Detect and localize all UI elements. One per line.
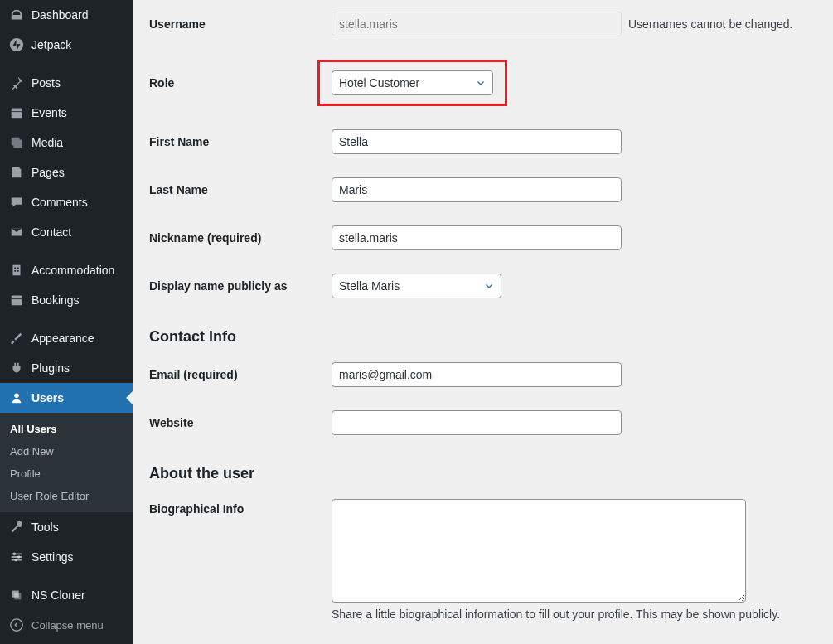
heading-contact-info: Contact Info [149, 328, 816, 346]
menu-label: Appearance [31, 332, 94, 345]
sliders-icon [8, 549, 25, 565]
pin-icon [8, 75, 25, 91]
admin-sidebar: Dashboard Jetpack Posts Events Media Pag… [0, 0, 133, 644]
input-email[interactable] [332, 362, 622, 387]
svg-rect-1 [12, 109, 22, 119]
menu-label: Contact [31, 225, 71, 239]
bio-description: Share a little biographical information … [332, 608, 780, 621]
media-icon [8, 134, 25, 151]
heading-about-user: About the user [149, 465, 816, 482]
menu-events[interactable]: Events [0, 98, 133, 128]
label-display-name: Display name publicly as [149, 279, 332, 293]
submenu-user-role-editor[interactable]: User Role Editor [0, 485, 133, 507]
dashboard-icon [8, 7, 25, 23]
label-role: Role [149, 76, 332, 90]
menu-label: Pages [31, 166, 65, 179]
menu-label: Dashboard [31, 8, 89, 22]
menu-comments[interactable]: Comments [0, 187, 133, 217]
menu-label: Users [31, 391, 64, 404]
row-role: Role Hotel Customer [149, 48, 816, 118]
collapse-label: Collapse menu [31, 619, 104, 632]
svg-point-0 [10, 38, 23, 51]
input-username [332, 12, 622, 36]
label-last-name: Last Name [149, 183, 332, 196]
menu-label: Accommodation [31, 264, 114, 277]
calendar-icon [8, 104, 25, 121]
row-last-name: Last Name [149, 166, 816, 214]
menu-bookings[interactable]: Bookings [0, 285, 133, 315]
submenu-all-users[interactable]: All Users [0, 418, 133, 440]
svg-point-7 [17, 555, 21, 559]
svg-rect-3 [13, 265, 21, 276]
select-role[interactable]: Hotel Customer [332, 70, 493, 95]
envelope-icon [8, 224, 25, 240]
label-nickname: Nickname (required) [149, 231, 332, 245]
row-first-name: First Name [149, 118, 816, 166]
textarea-bio[interactable] [332, 499, 746, 603]
input-nickname[interactable] [332, 225, 622, 250]
menu-posts[interactable]: Posts [0, 68, 133, 98]
menu-label: Tools [31, 521, 59, 534]
label-bio: Biographical Info [149, 499, 332, 516]
row-username: Username Usernames cannot be changed. [149, 0, 816, 48]
row-email: Email (required) [149, 351, 816, 399]
row-display-name: Display name publicly as Stella Maris [149, 262, 816, 310]
row-nickname: Nickname (required) [149, 214, 816, 262]
user-icon [8, 390, 25, 406]
menu-label: NS Cloner [31, 588, 85, 602]
jetpack-icon [8, 36, 25, 53]
label-email: Email (required) [149, 368, 332, 381]
collapse-icon [8, 617, 25, 633]
plug-icon [8, 360, 25, 376]
menu-label: Events [31, 106, 67, 119]
svg-rect-4 [12, 296, 22, 306]
menu-label: Jetpack [31, 38, 71, 51]
input-website[interactable] [332, 410, 622, 435]
building-icon [8, 262, 25, 278]
input-first-name[interactable] [332, 129, 622, 154]
menu-plugins[interactable]: Plugins [0, 353, 133, 383]
clone-icon [8, 587, 25, 603]
menu-label: Settings [31, 550, 74, 564]
menu-dashboard[interactable]: Dashboard [0, 0, 133, 30]
svg-rect-10 [14, 593, 21, 599]
menu-pages[interactable]: Pages [0, 157, 133, 187]
menu-appearance[interactable]: Appearance [0, 323, 133, 353]
svg-point-5 [14, 394, 18, 398]
menu-label: Comments [31, 196, 88, 209]
note-username: Usernames cannot be changed. [628, 17, 792, 31]
page-icon [8, 164, 25, 181]
row-website: Website [149, 399, 816, 447]
label-website: Website [149, 416, 332, 429]
menu-jetpack[interactable]: Jetpack [0, 30, 133, 60]
label-first-name: First Name [149, 135, 332, 148]
input-last-name[interactable] [332, 177, 622, 202]
brush-icon [8, 330, 25, 346]
menu-label: Media [31, 136, 63, 149]
select-display-name[interactable]: Stella Maris [332, 274, 501, 298]
submenu-profile[interactable]: Profile [0, 462, 133, 485]
menu-label: Plugins [31, 361, 70, 375]
menu-tools[interactable]: Tools [0, 512, 133, 542]
submenu-add-new[interactable]: Add New [0, 440, 133, 462]
svg-point-6 [13, 553, 17, 556]
comment-icon [8, 194, 25, 211]
menu-accommodation[interactable]: Accommodation [0, 255, 133, 285]
label-username: Username [149, 17, 332, 31]
menu-contact[interactable]: Contact [0, 217, 133, 247]
menu-label: Bookings [31, 293, 80, 307]
main-content: Username Usernames cannot be changed. Ro… [133, 0, 833, 644]
collapse-menu[interactable]: Collapse menu [0, 610, 133, 640]
svg-point-8 [14, 559, 17, 562]
row-bio: Biographical Info Share a little biograp… [149, 487, 816, 632]
menu-ns-cloner[interactable]: NS Cloner [0, 580, 133, 610]
wrench-icon [8, 519, 25, 535]
calendar-icon [8, 292, 25, 308]
menu-settings[interactable]: Settings [0, 542, 133, 572]
menu-label: Posts [31, 76, 61, 90]
svg-point-11 [11, 619, 22, 631]
role-highlight: Hotel Customer [317, 60, 507, 106]
menu-media[interactable]: Media [0, 128, 133, 157]
menu-users[interactable]: Users [0, 383, 133, 413]
users-submenu: All Users Add New Profile User Role Edit… [0, 413, 133, 512]
